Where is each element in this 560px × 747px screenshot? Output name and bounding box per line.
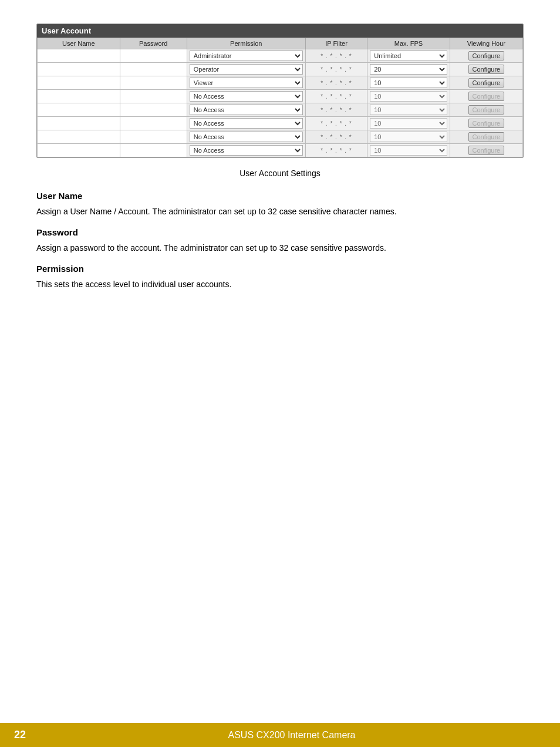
fps-select-5: 10 bbox=[370, 105, 447, 115]
cell-maxfps-4: 10 bbox=[367, 90, 450, 103]
permission-select-4[interactable]: AdministratorOperatorViewerNo Access bbox=[190, 91, 303, 102]
cell-permission-6[interactable]: AdministratorOperatorViewerNo Access bbox=[187, 117, 305, 130]
cell-maxfps-8: 10 bbox=[367, 144, 450, 157]
cell-maxfps-1[interactable]: Unlimited12351015202530 bbox=[367, 49, 450, 63]
permission-select-3[interactable]: AdministratorOperatorViewerNo Access bbox=[190, 78, 303, 88]
permission-select-6[interactable]: AdministratorOperatorViewerNo Access bbox=[190, 118, 303, 129]
cell-maxfps-7: 10 bbox=[367, 130, 450, 144]
cell-password-1 bbox=[120, 49, 187, 63]
cell-ipfilter-5: * . * . * . * bbox=[305, 103, 367, 117]
configure-button-2[interactable]: Configure bbox=[468, 65, 505, 74]
table-header-row: User Name Password Permission IP Filter … bbox=[38, 38, 523, 49]
col-header-ipfilter: IP Filter bbox=[305, 38, 367, 49]
cell-ipfilter-2: * . * . * . * bbox=[305, 63, 367, 76]
cell-username-4 bbox=[38, 90, 120, 103]
cell-username-1 bbox=[38, 49, 120, 63]
cell-maxfps-6: 10 bbox=[367, 117, 450, 130]
cell-password-2 bbox=[120, 63, 187, 76]
table-row: AdministratorOperatorViewerNo Access* . … bbox=[38, 76, 523, 90]
table-title-bar: User Account bbox=[37, 24, 523, 38]
cell-viewinghour-1[interactable]: Configure bbox=[450, 49, 522, 63]
table-row: AdministratorOperatorViewerNo Access* . … bbox=[38, 90, 523, 103]
cell-username-3 bbox=[38, 76, 120, 90]
cell-ipfilter-4: * . * . * . * bbox=[305, 90, 367, 103]
cell-viewinghour-2[interactable]: Configure bbox=[450, 63, 522, 76]
fps-select-4: 10 bbox=[370, 91, 447, 102]
section-heading-3: Permission bbox=[36, 264, 524, 274]
cell-username-2 bbox=[38, 63, 120, 76]
table-row: AdministratorOperatorViewerNo Access* . … bbox=[38, 144, 523, 157]
configure-button-8: Configure bbox=[468, 146, 505, 155]
table-row: AdministratorOperatorViewerNo Access* . … bbox=[38, 63, 523, 76]
fps-select-1[interactable]: Unlimited12351015202530 bbox=[370, 51, 447, 61]
cell-viewinghour-5: Configure bbox=[450, 103, 522, 117]
col-header-maxfps: Max. FPS bbox=[367, 38, 450, 49]
cell-password-3 bbox=[120, 76, 187, 90]
cell-username-7 bbox=[38, 130, 120, 144]
cell-permission-1[interactable]: AdministratorOperatorViewerNo Access bbox=[187, 49, 305, 63]
section-body-1: Assign a User Name / Account. The admini… bbox=[36, 206, 524, 218]
cell-permission-4[interactable]: AdministratorOperatorViewerNo Access bbox=[187, 90, 305, 103]
configure-button-7: Configure bbox=[468, 132, 505, 142]
col-header-permission: Permission bbox=[187, 38, 305, 49]
cell-ipfilter-1: * . * . * . * bbox=[305, 49, 367, 63]
user-account-table-container: User Account User Name Password Permissi… bbox=[36, 23, 524, 158]
cell-viewinghour-3[interactable]: Configure bbox=[450, 76, 522, 90]
user-account-table: User Name Password Permission IP Filter … bbox=[37, 38, 523, 157]
page-footer: 22 ASUS CX200 Internet Camera bbox=[0, 723, 560, 747]
cell-password-5 bbox=[120, 103, 187, 117]
fps-select-7: 10 bbox=[370, 132, 447, 142]
fps-select-2[interactable]: Unlimited12351015202530 bbox=[370, 64, 447, 75]
section-heading-2: Password bbox=[36, 227, 524, 237]
cell-permission-8[interactable]: AdministratorOperatorViewerNo Access bbox=[187, 144, 305, 157]
permission-select-7[interactable]: AdministratorOperatorViewerNo Access bbox=[190, 132, 303, 142]
cell-password-4 bbox=[120, 90, 187, 103]
cell-viewinghour-6: Configure bbox=[450, 117, 522, 130]
table-row: AdministratorOperatorViewerNo Access* . … bbox=[38, 117, 523, 130]
configure-button-4: Configure bbox=[468, 92, 505, 101]
cell-permission-5[interactable]: AdministratorOperatorViewerNo Access bbox=[187, 103, 305, 117]
permission-select-8[interactable]: AdministratorOperatorViewerNo Access bbox=[190, 145, 303, 156]
footer-title: ASUS CX200 Internet Camera bbox=[38, 730, 546, 741]
cell-ipfilter-6: * . * . * . * bbox=[305, 117, 367, 130]
table-caption: User Account Settings bbox=[36, 169, 524, 178]
sections-container: User NameAssign a User Name / Account. T… bbox=[36, 191, 524, 291]
table-row: AdministratorOperatorViewerNo Access* . … bbox=[38, 130, 523, 144]
cell-maxfps-3[interactable]: Unlimited12351015202530 bbox=[367, 76, 450, 90]
configure-button-3[interactable]: Configure bbox=[468, 78, 505, 88]
cell-maxfps-5: 10 bbox=[367, 103, 450, 117]
page-content: User Account User Name Password Permissi… bbox=[36, 23, 524, 291]
col-header-viewinghour: Viewing Hour bbox=[450, 38, 522, 49]
section-body-3: This sets the access level to individual… bbox=[36, 278, 524, 291]
section-body-2: Assign a password to the account. The ad… bbox=[36, 242, 524, 254]
footer-page-number: 22 bbox=[14, 729, 26, 741]
configure-button-5: Configure bbox=[468, 105, 505, 115]
cell-username-6 bbox=[38, 117, 120, 130]
permission-select-2[interactable]: AdministratorOperatorViewerNo Access bbox=[190, 64, 303, 75]
cell-password-8 bbox=[120, 144, 187, 157]
cell-ipfilter-3: * . * . * . * bbox=[305, 76, 367, 90]
fps-select-8: 10 bbox=[370, 145, 447, 156]
col-header-username: User Name bbox=[38, 38, 120, 49]
configure-button-1[interactable]: Configure bbox=[468, 51, 505, 60]
cell-password-6 bbox=[120, 117, 187, 130]
col-header-password: Password bbox=[120, 38, 187, 49]
cell-permission-2[interactable]: AdministratorOperatorViewerNo Access bbox=[187, 63, 305, 76]
cell-ipfilter-7: * . * . * . * bbox=[305, 130, 367, 144]
permission-select-1[interactable]: AdministratorOperatorViewerNo Access bbox=[190, 51, 303, 61]
section-heading-1: User Name bbox=[36, 191, 524, 201]
cell-username-5 bbox=[38, 103, 120, 117]
cell-permission-7[interactable]: AdministratorOperatorViewerNo Access bbox=[187, 130, 305, 144]
cell-password-7 bbox=[120, 130, 187, 144]
fps-select-6: 10 bbox=[370, 118, 447, 129]
cell-permission-3[interactable]: AdministratorOperatorViewerNo Access bbox=[187, 76, 305, 90]
cell-viewinghour-8: Configure bbox=[450, 144, 522, 157]
table-row: AdministratorOperatorViewerNo Access* . … bbox=[38, 49, 523, 63]
fps-select-3[interactable]: Unlimited12351015202530 bbox=[370, 78, 447, 88]
cell-viewinghour-4: Configure bbox=[450, 90, 522, 103]
cell-ipfilter-8: * . * . * . * bbox=[305, 144, 367, 157]
permission-select-5[interactable]: AdministratorOperatorViewerNo Access bbox=[190, 105, 303, 115]
configure-button-6: Configure bbox=[468, 119, 505, 128]
table-title: User Account bbox=[42, 26, 91, 35]
cell-maxfps-2[interactable]: Unlimited12351015202530 bbox=[367, 63, 450, 76]
